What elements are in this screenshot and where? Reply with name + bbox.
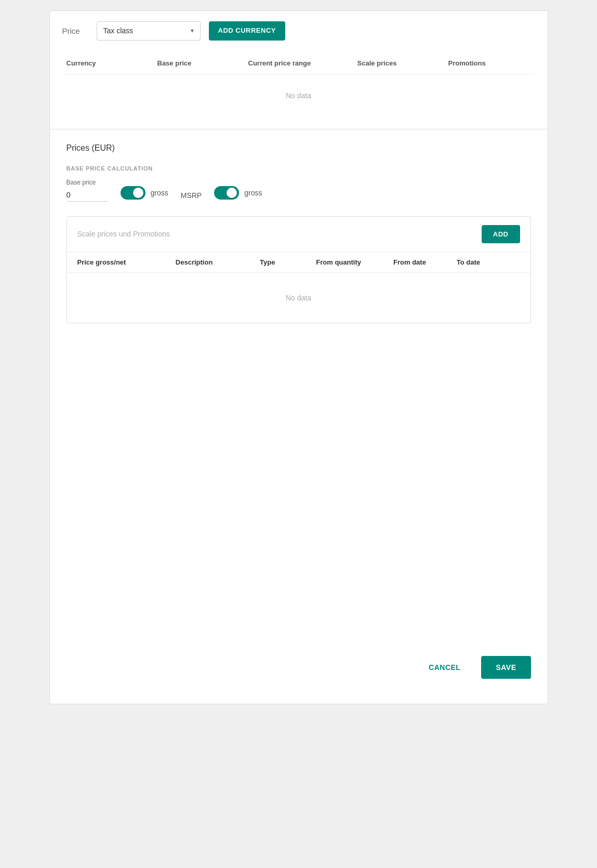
base-price-field-label: Base price xyxy=(67,179,108,186)
scale-prices-title: Scale prices und Promotions xyxy=(77,230,170,238)
page-container: Price Tax class ▾ ADD CURRENCY Currency … xyxy=(49,10,548,704)
gross-toggle-2[interactable] xyxy=(214,186,239,200)
scale-col-type: Type xyxy=(260,258,316,266)
base-price-calculation-label: BASE PRICE CALCULATION xyxy=(67,165,531,172)
prices-section-title: Prices (EUR) xyxy=(67,143,531,153)
cancel-button[interactable]: CANCEL xyxy=(416,656,473,679)
col-current-price-range: Current price range xyxy=(244,57,353,70)
top-card: Price Tax class ▾ ADD CURRENCY Currency … xyxy=(49,10,548,129)
scale-prices-box: Scale prices und Promotions ADD Price gr… xyxy=(67,216,531,323)
scale-col-price: Price gross/net xyxy=(77,258,176,266)
col-promotions: Promotions xyxy=(444,57,535,70)
toggle-gross-group-2: gross xyxy=(214,186,262,202)
msrp-label: MSRP xyxy=(181,191,202,202)
bottom-card: Prices (EUR) BASE PRICE CALCULATION Base… xyxy=(49,128,548,704)
tax-class-select[interactable]: Tax class ▾ xyxy=(97,21,201,40)
top-card-header: Price Tax class ▾ ADD CURRENCY xyxy=(62,21,535,41)
price-label: Price xyxy=(62,27,88,35)
col-scale-prices: Scale prices xyxy=(353,57,444,70)
gross-label-1: gross xyxy=(151,189,168,197)
gross-toggle-2-slider xyxy=(214,186,239,200)
base-price-field-group: Base price xyxy=(67,179,108,202)
scale-col-from-date: From date xyxy=(393,258,457,266)
price-table-header: Currency Base price Current price range … xyxy=(62,53,535,75)
gross-label-2: gross xyxy=(244,189,262,197)
top-card-no-data: No data xyxy=(62,75,535,116)
scale-col-to-date: To date xyxy=(457,258,520,266)
col-base-price: Base price xyxy=(153,57,244,70)
base-price-input[interactable] xyxy=(67,188,108,202)
gross-toggle-1-slider xyxy=(121,186,145,200)
save-button[interactable]: SAVE xyxy=(481,656,530,679)
tax-class-text: Tax class xyxy=(103,26,187,35)
scale-prices-add-button[interactable]: ADD xyxy=(482,225,520,243)
scale-table-header: Price gross/net Description Type From qu… xyxy=(67,252,530,273)
scale-prices-header: Scale prices und Promotions ADD xyxy=(67,217,530,252)
toggle-gross-group-1: gross xyxy=(121,186,168,202)
dropdown-arrow-icon: ▾ xyxy=(191,27,194,34)
scale-col-from-quantity: From quantity xyxy=(316,258,393,266)
scale-no-data: No data xyxy=(67,273,530,323)
scale-col-description: Description xyxy=(176,258,260,266)
add-currency-button[interactable]: ADD CURRENCY xyxy=(209,21,285,41)
footer-actions: CANCEL SAVE xyxy=(67,635,531,687)
gross-toggle-1[interactable] xyxy=(121,186,145,200)
base-price-row: Base price gross MSRP gross xyxy=(67,179,531,202)
col-currency: Currency xyxy=(62,57,153,70)
